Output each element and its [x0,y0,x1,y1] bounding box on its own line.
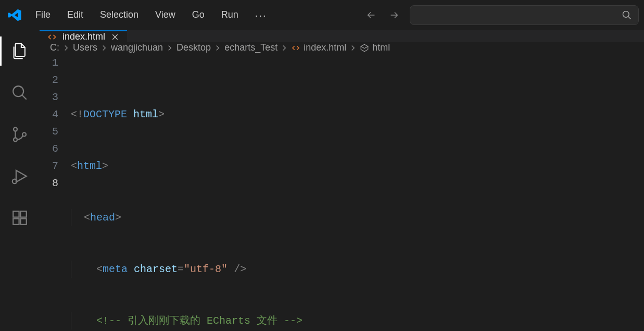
code-editor[interactable]: 1 2 3 4 5 6 7 8 <!DOCTYPE html> <html> <… [40,53,644,331]
menu-edit[interactable]: Edit [59,6,92,24]
search-input[interactable] [410,5,639,25]
menu-go[interactable]: Go [184,6,213,24]
files-icon [11,42,29,60]
nav-forward-button[interactable] [385,6,403,24]
nav-arrows [362,6,403,24]
line-number: 3 [40,89,58,106]
svg-point-0 [623,11,629,18]
activity-bar [0,30,40,331]
line-number: 7 [40,157,58,175]
editor-tabs: index.html [40,30,644,42]
breadcrumb-item[interactable]: index.html [291,42,346,53]
menu-bar: File Edit Selection View Go Run ··· [27,6,275,24]
breadcrumb-item[interactable]: Desktop [176,42,211,53]
menu-selection[interactable]: Selection [92,6,147,24]
chevron-right-icon [280,42,289,53]
svg-rect-6 [13,211,19,217]
breadcrumb-label: index.html [304,42,346,53]
menu-more-icon[interactable]: ··· [247,6,275,24]
search-icon [11,84,29,102]
breadcrumb-item[interactable]: Users [73,42,97,53]
activity-extensions[interactable] [5,203,34,232]
breadcrumb-item[interactable]: html [360,42,390,53]
svg-rect-8 [20,218,26,224]
menu-view[interactable]: View [147,6,184,24]
current-line-highlight [71,175,644,192]
search-icon [622,10,632,20]
chevron-right-icon [61,42,71,53]
breadcrumb-item[interactable]: echarts_Test [224,42,277,53]
activity-run-debug[interactable] [5,162,34,191]
tab-title: index.html [62,31,105,42]
html-file-icon [47,32,57,42]
source-control-icon [11,126,29,143]
breadcrumb-label: html [372,42,390,53]
chevron-right-icon [213,42,222,53]
line-number: 2 [40,71,58,89]
breadcrumbs[interactable]: C: Users wangjichuan Desktop echarts_Tes… [40,42,644,53]
extensions-icon [11,209,29,227]
line-number: 5 [40,123,58,140]
line-number-gutter: 1 2 3 4 5 6 7 8 [40,53,71,331]
run-debug-icon [11,167,29,185]
activity-explorer[interactable] [5,36,34,66]
svg-point-2 [13,128,17,131]
svg-point-1 [13,86,23,96]
chevron-right-icon [99,42,109,53]
line-number: 6 [40,140,58,157]
tab-index-html[interactable]: index.html [40,30,127,42]
svg-rect-9 [20,211,26,217]
vscode-logo [4,8,25,22]
nav-back-button[interactable] [362,6,381,24]
svg-rect-7 [13,218,19,224]
line-number: 1 [40,54,58,71]
svg-point-3 [13,138,17,141]
html-file-icon [291,43,300,53]
activity-source-control[interactable] [5,120,34,149]
close-icon [111,33,119,41]
menu-run[interactable]: Run [213,6,247,24]
breadcrumb-item[interactable]: C: [50,42,59,53]
symbol-icon [360,43,369,53]
chevron-right-icon [348,42,358,53]
title-bar: File Edit Selection View Go Run ··· [0,0,644,30]
line-number: 4 [40,106,58,123]
breadcrumb-item[interactable]: wangjichuan [111,42,163,53]
main-area: index.html C: Users wangjichuan Desktop … [0,30,644,331]
activity-search[interactable] [5,78,34,107]
tab-close-button[interactable] [110,32,120,42]
line-number: 8 [40,175,58,192]
menu-file[interactable]: File [27,6,59,24]
chevron-right-icon [165,42,174,53]
svg-point-4 [22,132,26,136]
editor-area: index.html C: Users wangjichuan Desktop … [40,30,644,331]
code-lines[interactable]: <!DOCTYPE html> <html> <head> <meta char… [71,53,644,331]
